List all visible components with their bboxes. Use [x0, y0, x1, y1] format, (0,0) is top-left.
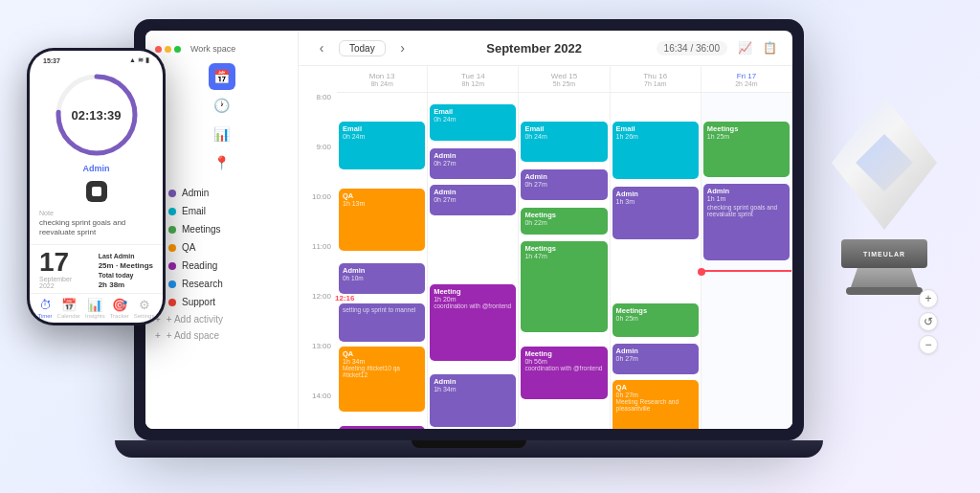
sidebar-calendar-icon[interactable]: 📅	[209, 63, 235, 90]
laptop-base	[115, 440, 823, 458]
sidebar-item-support[interactable]: ▶ Support	[145, 293, 298, 311]
current-time-dot	[698, 268, 705, 276]
minimize-dot[interactable]	[165, 46, 171, 53]
email-label: Email	[182, 206, 206, 216]
support-dot	[168, 299, 176, 306]
event-meetings-wed1[interactable]: Meetings 0h 22m	[521, 208, 607, 235]
sidebar-item-email[interactable]: ▶ Email	[145, 202, 298, 220]
phone-time: 15:37	[43, 57, 60, 64]
nav-settings[interactable]: ⚙Settings	[134, 298, 155, 319]
event-meetings-fri[interactable]: Meetings 1h 25m	[703, 122, 790, 177]
sidebar: Work space 📅 🕐 📊 📍 ▶ Admin ▶ Email	[145, 31, 299, 429]
add-activity-label: + Add activity	[167, 314, 223, 325]
event-email-tue[interactable]: Email 0h 24m	[430, 104, 516, 141]
workspace-label: Work space	[190, 44, 235, 54]
day-wed15: Wed 15 5h 25m	[519, 66, 610, 92]
qa-label: QA	[182, 242, 195, 253]
event-meeting-wed[interactable]: Meeting 0h 56m coordination with @fronte…	[521, 347, 607, 399]
next-btn[interactable]: ›	[393, 38, 412, 57]
event-admin-mon1[interactable]: Admin 0h 10m	[339, 263, 425, 294]
ctrl-plus[interactable]: +	[919, 289, 938, 308]
sidebar-item-meetings[interactable]: ▶ Meetings	[145, 220, 298, 238]
admin-dot	[168, 190, 176, 197]
laptop-screen: Work space 📅 🕐 📊 📍 ▶ Admin ▶ Email	[145, 31, 792, 429]
time-column: 8:00 9:00 10:00 11:00 12:00 13:00 14:00 …	[299, 66, 337, 429]
event-email-thu[interactable]: Email 1h 26m	[612, 122, 699, 179]
today-btn[interactable]: Today	[339, 40, 386, 56]
nav-insights[interactable]: 📊Insights	[85, 298, 105, 319]
sidebar-item-admin[interactable]: ▶ Admin	[145, 184, 298, 202]
nav-timer[interactable]: ⏱Timer	[38, 298, 53, 319]
ctrl-refresh[interactable]: ↺	[919, 312, 938, 331]
add-space-label: + Add space	[167, 330, 219, 341]
battery-icon: ▮	[145, 56, 149, 64]
add-space-btn[interactable]: + + Add space	[145, 327, 298, 344]
day-grid-body: Email 0h 24m QA 1h 13m Admin 0h 10m	[337, 93, 792, 429]
maximize-dot[interactable]	[174, 46, 181, 53]
event-meetings-wed2[interactable]: Meetings 1h 47m	[521, 241, 607, 332]
add-activity-btn[interactable]: + + Add activity	[145, 311, 298, 327]
sidebar-item-research[interactable]: ▶ Research	[145, 275, 298, 293]
nav-calendar[interactable]: 📅Calendar	[57, 298, 80, 319]
grid-view-icon[interactable]: 📋	[760, 38, 779, 57]
phone-date-row: 17 September 2022 Last Admin 25m · Meeti…	[30, 244, 163, 293]
event-meeting-tue[interactable]: Meeting 1h 20m coordination with @fronte…	[430, 284, 516, 361]
nav-tracker[interactable]: 🎯Tracker	[110, 298, 129, 319]
event-email-wed[interactable]: Email 0h 24m	[521, 122, 607, 162]
event-admin-tue3[interactable]: Admin 1h 34m	[430, 374, 516, 427]
time-1100: 11:00	[299, 242, 337, 292]
day-headers: Mon 13 8h 24m Tue 14 8h 12m Wed 15 5h 25…	[337, 66, 792, 93]
event-meetings-thu[interactable]: Meetings 0h 25m	[612, 303, 699, 337]
event-admin-tue1[interactable]: Admin 0h 27m	[430, 148, 516, 179]
view-icons: 📈 📋	[735, 38, 779, 57]
qa-dot	[168, 244, 176, 252]
meetings-dot	[168, 226, 176, 234]
event-admin-thu[interactable]: Admin 1h 3m	[612, 187, 699, 239]
time-display: 16:34 / 36:00	[657, 41, 727, 56]
timer-display: 02:13:39	[71, 108, 121, 123]
prev-btn[interactable]: ‹	[312, 38, 331, 57]
event-admin-thu2[interactable]: Admin 0h 27m	[612, 344, 699, 374]
event-meeting-mon[interactable]: Meeting 0h 34m Weekly review meeting wit…	[339, 426, 425, 429]
total-today-value: 2h 38m	[99, 280, 153, 289]
plus-icon: +	[155, 330, 161, 341]
phone-month: September 2022	[39, 276, 72, 289]
sidebar-insights-icon[interactable]: 📊	[209, 121, 235, 147]
current-time-indicator: 12:16	[335, 294, 354, 303]
event-admin-tue2[interactable]: Admin 0h 27m	[430, 185, 516, 215]
sidebar-nav: 📅 🕐 📊 📍	[145, 63, 298, 176]
event-qa-mon[interactable]: QA 1h 13m	[339, 189, 425, 251]
event-admin-mon2[interactable]: setting up sprint to mannel	[339, 303, 425, 342]
diamond-device: TIMEULAR + ↺ −	[817, 96, 951, 402]
laptop: Work space 📅 🕐 📊 📍 ▶ Admin ▶ Email	[134, 19, 823, 469]
last-admin-value: 25m · Meetings	[99, 261, 153, 270]
event-email-mon[interactable]: Email 0h 24m	[339, 122, 425, 169]
last-admin-label: Last Admin	[99, 253, 153, 259]
event-qa-thu[interactable]: QA 0h 27m Meeting Research and pleasantv…	[612, 380, 699, 429]
diamond-foot	[846, 287, 923, 295]
total-today-label: Total today	[99, 272, 153, 279]
event-qa-mon2[interactable]: QA 1h 34m Meeting #ticket10 qa #ticket12	[339, 347, 425, 412]
event-admin-wed[interactable]: Admin 0h 27m	[521, 169, 607, 200]
sidebar-item-qa[interactable]: ▶ QA	[145, 238, 298, 257]
ctrl-minus[interactable]: −	[919, 335, 938, 354]
stop-button[interactable]	[86, 181, 107, 202]
phone-screen: 15:37 ▲ ≋ ▮ 02:13:39 Admin	[30, 51, 163, 323]
time-1000: 10:00	[299, 192, 337, 242]
sidebar-item-reading[interactable]: ▶ Reading	[145, 257, 298, 275]
chart-view-icon[interactable]: 📈	[735, 38, 754, 57]
admin-label: Admin	[182, 188, 209, 198]
phone-date-info: Last Admin 25m · Meetings Total today 2h…	[99, 253, 153, 289]
sidebar-location-icon[interactable]: 📍	[209, 149, 235, 176]
control-buttons: + ↺ −	[919, 289, 938, 354]
phone-bottom-nav: ⏱Timer 📅Calendar 📊Insights 🎯Tracker ⚙Set…	[30, 293, 163, 323]
reading-label: Reading	[182, 260, 217, 271]
event-admin-fri[interactable]: Admin 1h 1m checking sprint goals and re…	[703, 184, 790, 260]
col-thu16: Email 1h 26m Admin 1h 3m Meetings 0h 25m	[611, 93, 702, 429]
phone-main: 02:13:39 Admin Note checking sprint goal…	[30, 66, 163, 244]
email-dot	[168, 208, 176, 215]
days-grid: Mon 13 8h 24m Tue 14 8h 12m Wed 15 5h 25…	[337, 66, 792, 429]
calendar-header: ‹ Today › September 2022 16:34 / 36:00 📈…	[299, 31, 792, 66]
day-tue14: Tue 14 8h 12m	[428, 66, 519, 92]
sidebar-clock-icon[interactable]: 🕐	[209, 92, 235, 119]
